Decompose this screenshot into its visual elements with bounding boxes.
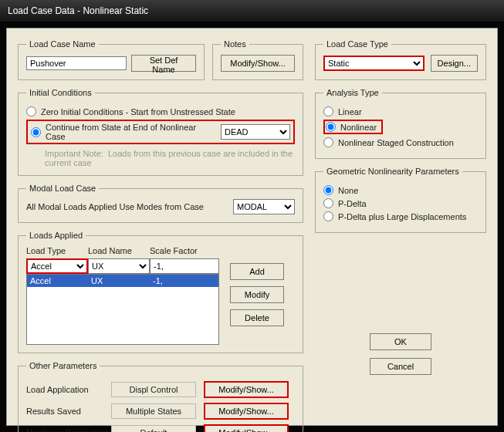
nonlinear-params-modify-button[interactable]: Modify/Show... [204, 424, 289, 432]
results-saved-modify-button[interactable]: Modify/Show... [204, 403, 289, 420]
scale-factor-list[interactable]: -1, [150, 274, 219, 345]
gn-pdelta-radio[interactable] [323, 198, 333, 208]
gn-none-label: None [338, 186, 358, 195]
notes-group: Notes Modify/Show... [212, 39, 303, 80]
load-application-modify-button[interactable]: Modify/Show... [204, 381, 289, 398]
geometric-nonlinearity-group: Geometric Nonlinearity Parameters None P… [315, 167, 486, 233]
loads-applied-group: Loads Applied Load Type Accel Accel [18, 231, 303, 353]
load-name-list[interactable]: UX [88, 274, 150, 345]
list-item[interactable]: Accel [27, 275, 88, 287]
left-column: Load Case Name Set Def Name Notes Modify… [18, 39, 303, 432]
load-name-select[interactable]: UX [88, 258, 150, 274]
right-column: Load Case Type Static Design... Analysis… [315, 39, 486, 375]
load-case-name-input[interactable] [26, 56, 127, 70]
notes-legend: Notes [221, 39, 249, 49]
load-case-type-group: Load Case Type Static Design... [315, 39, 486, 80]
nonlinear-params-label: Nonlinear Parameters [26, 428, 111, 432]
analysis-type-group: Analysis Type Linear Nonlinear Nonlinear [315, 88, 486, 159]
modal-case-select[interactable]: MODAL [233, 199, 295, 214]
window-title: Load Case Data - Nonlinear Static [8, 5, 148, 16]
modal-load-case-label: All Modal Loads Applied Use Modes from C… [26, 202, 228, 211]
add-button[interactable]: Add [230, 263, 284, 280]
gn-pdelta-large-radio[interactable] [323, 211, 333, 221]
continue-from-state-label: Continue from State at End of Nonlinear … [46, 123, 216, 141]
zero-initial-radio[interactable] [26, 106, 36, 116]
gn-none-radio[interactable] [323, 185, 333, 195]
linear-label: Linear [338, 107, 362, 116]
nonlinear-params-value: Default [111, 425, 196, 432]
client-area: Load Case Name Set Def Name Notes Modify… [6, 28, 498, 426]
load-type-list[interactable]: Accel [26, 274, 88, 345]
staged-label: Nonlinear Staged Construction [338, 138, 454, 147]
scale-factor-input[interactable] [150, 258, 219, 274]
gn-pdelta-large-label: P-Delta plus Large Displacements [338, 212, 466, 221]
other-parameters-legend: Other Parameters [26, 361, 100, 370]
nonlinear-radio[interactable] [326, 122, 336, 132]
load-application-label: Load Application [26, 385, 111, 394]
load-application-value: Displ Control [111, 382, 196, 397]
load-case-name-legend: Load Case Name [26, 39, 99, 49]
zero-initial-label: Zero Initial Conditions - Start from Uns… [41, 107, 235, 116]
initial-conditions-group: Initial Conditions Zero Initial Conditio… [18, 88, 303, 176]
nonlinear-label: Nonlinear [340, 123, 377, 132]
other-parameters-group: Other Parameters Load Application Displ … [18, 361, 303, 432]
notes-modify-show-button[interactable]: Modify/Show... [221, 55, 295, 72]
modal-load-case-legend: Modal Load Case [26, 184, 99, 193]
linear-radio[interactable] [323, 106, 333, 116]
important-note-label: Important Note: [45, 149, 103, 158]
load-case-type-select[interactable]: Static [323, 56, 425, 71]
delete-button[interactable]: Delete [230, 309, 284, 326]
dialog-buttons: OK Cancel [315, 333, 486, 375]
loads-applied-legend: Loads Applied [26, 231, 86, 240]
load-case-type-legend: Load Case Type [323, 39, 391, 49]
gn-pdelta-label: P-Delta [338, 199, 367, 208]
modify-button[interactable]: Modify [230, 286, 284, 303]
load-case-name-group: Load Case Name Set Def Name [18, 39, 205, 80]
scale-factor-header: Scale Factor [150, 246, 219, 257]
continue-case-select[interactable]: DEAD [221, 124, 290, 140]
modal-load-case-group: Modal Load Case All Modal Loads Applied … [18, 184, 303, 223]
dialog-window: Load Case Data - Nonlinear Static Load C… [0, 0, 504, 432]
load-name-header: Load Name [88, 246, 150, 257]
cancel-button[interactable]: Cancel [370, 358, 431, 375]
initial-conditions-legend: Initial Conditions [26, 88, 95, 97]
design-button[interactable]: Design... [431, 55, 478, 72]
set-def-name-button[interactable]: Set Def Name [131, 55, 196, 72]
load-type-header: Load Type [26, 246, 88, 257]
load-type-select[interactable]: Accel [26, 258, 88, 274]
geometric-nonlinearity-legend: Geometric Nonlinearity Parameters [323, 167, 462, 176]
results-saved-value: Multiple States [111, 403, 196, 419]
analysis-type-legend: Analysis Type [323, 88, 382, 97]
ok-button[interactable]: OK [370, 333, 431, 350]
results-saved-label: Results Saved [26, 407, 111, 416]
staged-radio[interactable] [323, 137, 333, 147]
list-item[interactable]: -1, [150, 275, 218, 287]
titlebar: Load Case Data - Nonlinear Static [0, 0, 504, 22]
list-item[interactable]: UX [88, 275, 150, 287]
continue-from-state-radio[interactable] [31, 127, 41, 137]
